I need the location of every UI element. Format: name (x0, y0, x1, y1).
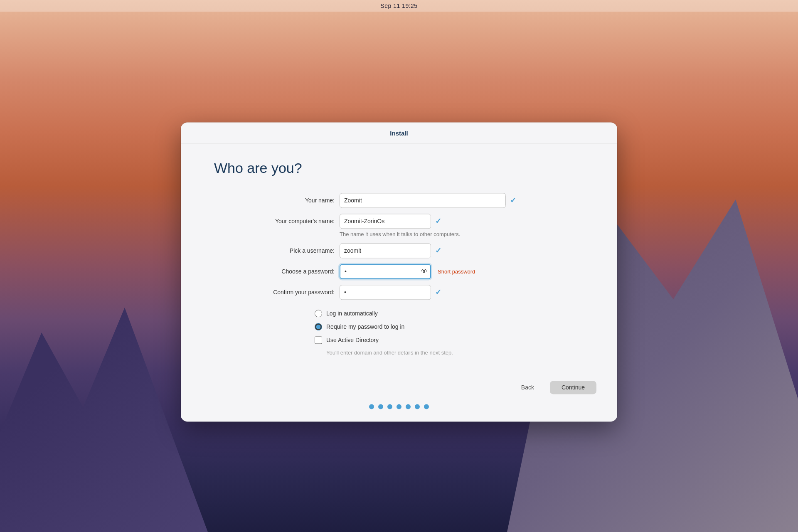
dialog-footer: Back Continue (181, 372, 617, 421)
dialog-title: Install (390, 130, 408, 137)
login-auto-label: Log in automatically (326, 310, 378, 317)
username-label: Pick a username: (239, 247, 335, 254)
login-auto-radio[interactable] (315, 310, 322, 317)
step-dot-5 (406, 404, 411, 409)
confirm-password-input[interactable] (340, 285, 431, 300)
step-dot-4 (397, 404, 401, 409)
your-name-input-wrap: ✓ (340, 193, 516, 208)
step-dot-2 (378, 404, 383, 409)
back-button[interactable]: Back (511, 381, 544, 394)
your-name-input[interactable] (340, 193, 506, 208)
computer-name-label: Your computer's name: (239, 218, 335, 224)
menu-bar: Sep 11 19:25 (0, 0, 798, 12)
page-heading: Who are you? (214, 160, 584, 176)
active-directory-label: Use Active Directory (326, 337, 379, 343)
step-dot-6 (415, 404, 420, 409)
system-clock: Sep 11 19:25 (380, 2, 417, 9)
form-section: Your name: ✓ Your computer's name: ✓ The… (239, 193, 584, 305)
confirm-password-row: Confirm your password: ✓ (239, 285, 584, 300)
computer-name-input-wrap: ✓ (340, 214, 441, 229)
password-input-wrap: 👁 Short password (340, 264, 475, 279)
password-toggle-icon[interactable]: 👁 (421, 268, 428, 275)
active-directory-option: Use Active Directory (315, 336, 584, 344)
step-dot-7 (424, 404, 429, 409)
active-directory-hint: You'll enter domain and other details in… (326, 350, 584, 356)
computer-name-row: Your computer's name: ✓ (239, 214, 584, 229)
computer-name-input[interactable] (340, 214, 431, 229)
require-password-option: Require my password to log in (315, 323, 584, 330)
confirm-password-input-wrap: ✓ (340, 285, 441, 300)
your-name-check-icon: ✓ (510, 196, 516, 205)
require-password-label: Require my password to log in (326, 323, 404, 330)
username-row: Pick a username: ✓ (239, 243, 584, 258)
password-input[interactable] (340, 264, 431, 279)
computer-name-check-icon: ✓ (435, 217, 441, 226)
login-options-section: Log in automatically Require my password… (315, 310, 584, 356)
password-label: Choose a password: (239, 268, 335, 275)
password-warning: Short password (438, 268, 475, 275)
username-check-icon: ✓ (435, 246, 441, 255)
login-auto-option: Log in automatically (315, 310, 584, 317)
require-password-radio[interactable] (315, 323, 322, 330)
continue-button[interactable]: Continue (550, 381, 596, 394)
confirm-password-label: Confirm your password: (239, 289, 335, 296)
step-dot-1 (369, 404, 374, 409)
install-dialog: Install Who are you? Your name: ✓ Your c… (181, 122, 617, 421)
your-name-label: Your name: (239, 197, 335, 204)
dialog-content: Who are you? Your name: ✓ Your computer'… (181, 143, 617, 372)
your-name-row: Your name: ✓ (239, 193, 584, 208)
dialog-titlebar: Install (181, 122, 617, 143)
username-input-wrap: ✓ (340, 243, 441, 258)
active-directory-checkbox[interactable] (315, 336, 322, 344)
computer-name-hint: The name it uses when it talks to other … (340, 231, 584, 237)
button-row: Back Continue (197, 381, 601, 394)
confirm-password-check-icon: ✓ (435, 288, 441, 297)
step-dot-3 (387, 404, 392, 409)
password-row: Choose a password: 👁 Short password (239, 264, 584, 279)
username-input[interactable] (340, 243, 431, 258)
password-field-wrap: 👁 (340, 264, 431, 279)
step-dots (369, 404, 429, 409)
